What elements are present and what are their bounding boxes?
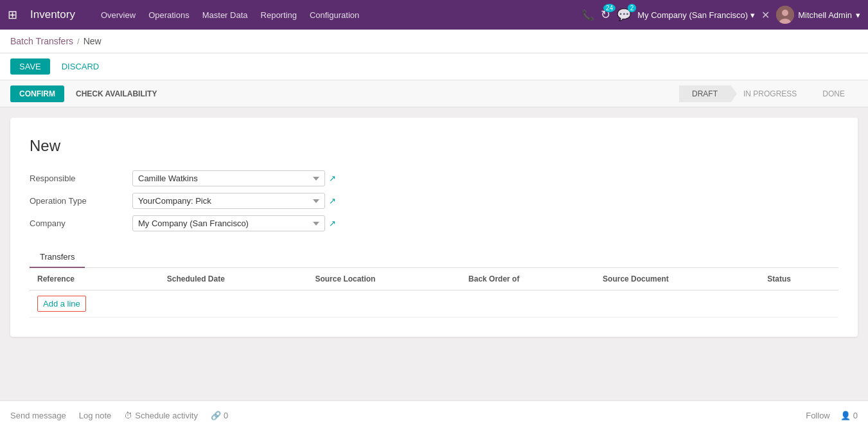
nav-operations[interactable]: Operations [148,10,190,20]
save-button[interactable]: SAVE [10,58,50,75]
company-external-link-icon[interactable]: ↗ [329,219,336,228]
responsible-control: Camille Watkins ↗ [132,170,336,186]
company-label: Company [30,219,132,228]
add-line-button[interactable]: Add a line [37,296,86,312]
nav-configuration[interactable]: Configuration [310,10,359,20]
check-availability-button[interactable]: CHECK AVAILABILITY [69,85,163,102]
col-reference: Reference [30,268,159,291]
col-scheduled-date: Scheduled Date [159,268,308,291]
status-bar: CONFIRM CHECK AVAILABILITY DRAFT IN PROG… [0,80,868,107]
phone-icon[interactable]: 📞 [581,9,594,21]
status-step-in-progress: IN PROGRESS [731,85,810,102]
col-back-order-of: Back Order of [461,268,595,291]
nav-reporting[interactable]: Reporting [261,10,297,20]
main-content: New Responsible Camille Watkins ↗ Operat… [0,107,868,347]
nav-overview[interactable]: Overview [101,10,136,20]
add-line-cell: Add a line [30,291,159,318]
chat-button[interactable]: 💬2 [617,8,631,22]
status-step-draft: DRAFT [679,85,731,102]
close-button[interactable]: ✕ [761,9,770,21]
responsible-select[interactable]: Camille Watkins [132,170,325,186]
operation-type-row: Operation Type YourCompany: Pick ↗ [30,193,838,209]
company-select[interactable]: My Company (San Francisco) [132,215,325,231]
chat-badge: 2 [628,4,637,12]
chevron-down-icon: ▾ [750,10,755,20]
responsible-external-link-icon[interactable]: ↗ [329,174,336,183]
tab-transfers[interactable]: Transfers [30,247,85,268]
status-steps: DRAFT IN PROGRESS DONE [679,85,858,102]
status-step-done: DONE [810,85,858,102]
tabs-bar: Transfers [30,247,838,268]
action-buttons: CONFIRM CHECK AVAILABILITY [10,85,163,102]
breadcrumb: Batch Transfers / New [0,30,868,53]
col-source-document: Source Document [595,268,759,291]
svg-point-1 [782,10,788,16]
nav-menu: Overview Operations Master Data Reportin… [101,10,571,20]
operation-type-external-link-icon[interactable]: ↗ [329,196,336,206]
breadcrumb-separator: / [77,37,80,46]
form-title: New [30,137,838,155]
user-chevron-icon: ▾ [856,10,860,20]
refresh-button[interactable]: ↻24 [601,8,610,22]
nav-right: 📞 ↻24 💬2 My Company (San Francisco) ▾ ✕ … [581,6,860,24]
operation-type-select[interactable]: YourCompany: Pick [132,193,325,209]
company-control: My Company (San Francisco) ↗ [132,215,336,231]
breadcrumb-current: New [84,36,102,46]
discard-button[interactable]: DISCARD [55,58,106,75]
breadcrumb-parent[interactable]: Batch Transfers [10,36,73,46]
col-source-location: Source Location [307,268,461,291]
app-title: Inventory [30,8,75,21]
user-avatar [776,6,794,24]
form-toolbar: SAVE DISCARD [0,53,868,80]
col-status: Status [759,268,838,291]
responsible-row: Responsible Camille Watkins ↗ [30,170,838,186]
top-navigation: ⊞ Inventory Overview Operations Master D… [0,0,868,30]
grid-icon[interactable]: ⊞ [8,8,17,22]
responsible-label: Responsible [30,174,132,183]
company-selector[interactable]: My Company (San Francisco) ▾ [637,10,755,20]
nav-master-data[interactable]: Master Data [202,10,248,20]
form-fields: Responsible Camille Watkins ↗ Operation … [30,170,838,231]
refresh-badge: 24 [603,4,616,12]
table-add-row: Add a line [30,291,838,318]
transfers-table: Reference Scheduled Date Source Location… [30,268,838,318]
user-menu[interactable]: Mitchell Admin ▾ [776,6,860,24]
confirm-button[interactable]: CONFIRM [10,85,64,102]
operation-type-label: Operation Type [30,196,132,206]
operation-type-control: YourCompany: Pick ↗ [132,193,336,209]
company-name: My Company (San Francisco) [637,10,748,20]
form-card: New Responsible Camille Watkins ↗ Operat… [10,118,858,337]
user-name: Mitchell Admin [798,10,852,20]
company-row: Company My Company (San Francisco) ↗ [30,215,838,231]
